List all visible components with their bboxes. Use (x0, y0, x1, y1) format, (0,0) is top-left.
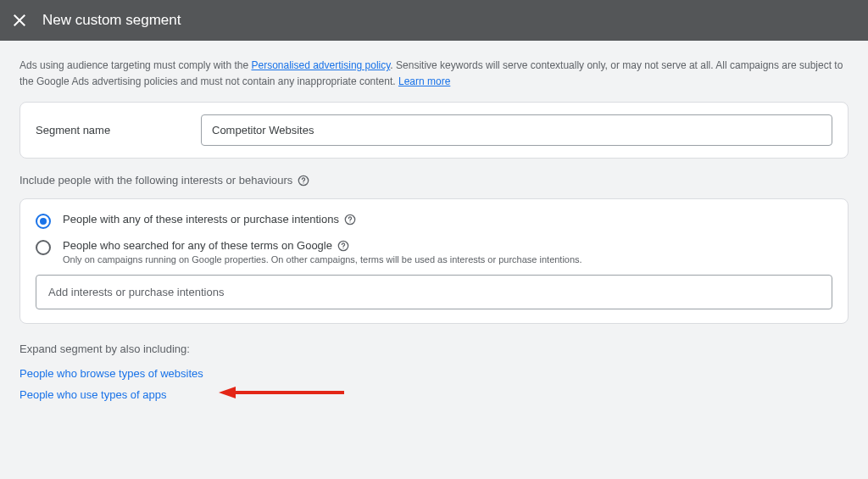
radio-button-unselected (36, 240, 51, 255)
page-title: New custom segment (42, 12, 181, 29)
help-icon[interactable] (344, 214, 356, 226)
svg-point-3 (349, 221, 350, 222)
modal-header: New custom segment (0, 0, 868, 41)
policy-link-advertising[interactable]: Personalised advertising policy (251, 59, 390, 71)
svg-point-1 (303, 182, 304, 183)
include-label-text: Include people with the following intere… (19, 174, 292, 187)
segment-name-card: Segment name (19, 102, 849, 159)
expand-link-websites[interactable]: People who browse types of websites (19, 367, 849, 380)
segment-name-input[interactable] (201, 114, 832, 146)
svg-point-5 (342, 248, 343, 248)
segment-name-label: Segment name (36, 124, 201, 136)
policy-text: Ads using audience targeting must comply… (19, 58, 849, 90)
help-icon[interactable] (298, 175, 309, 187)
content-area: Ads using audience targeting must comply… (0, 41, 868, 426)
radio-search-label: People who searched for any of these ter… (63, 239, 332, 252)
policy-link-learn-more[interactable]: Learn more (398, 75, 450, 87)
expand-link-apps[interactable]: People who use types of apps (19, 388, 849, 401)
radio-interests-label: People with any of these interests or pu… (63, 213, 339, 226)
expand-section-label: Expand segment by also including: (19, 343, 849, 355)
interests-input[interactable] (36, 275, 832, 309)
radio-search-sub: Only on campaigns running on Google prop… (63, 254, 582, 265)
radio-card: People with any of these interests or pu… (19, 198, 849, 324)
radio-button-selected (36, 214, 51, 229)
include-section-label: Include people with the following intere… (19, 174, 849, 187)
help-icon[interactable] (337, 240, 349, 252)
radio-search-terms[interactable]: People who searched for any of these ter… (36, 239, 832, 265)
close-icon[interactable] (14, 14, 25, 26)
policy-prefix: Ads using audience targeting must comply… (19, 59, 251, 71)
radio-interests[interactable]: People with any of these interests or pu… (36, 213, 832, 229)
